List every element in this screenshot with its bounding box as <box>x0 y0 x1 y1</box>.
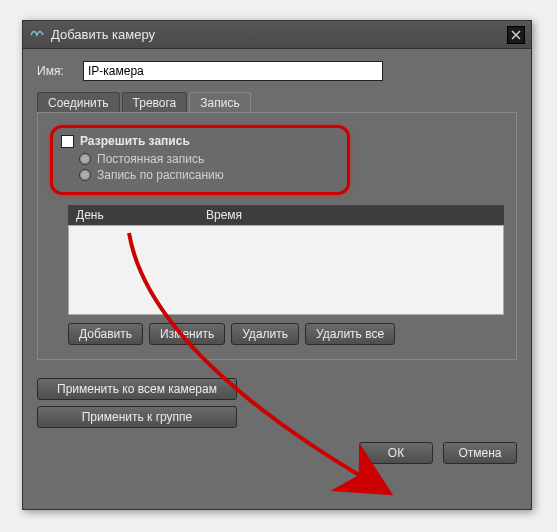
delete-all-button[interactable]: Удалить все <box>305 323 395 345</box>
close-button[interactable] <box>507 26 525 44</box>
titlebar: Добавить камеру <box>23 21 531 49</box>
table-button-row: Добавить Изменить Удалить Удалить все <box>68 323 504 345</box>
highlight-box: Разрешить запись Постоянная запись Запис… <box>50 125 350 195</box>
apply-group-button[interactable]: Применить к группе <box>37 406 237 428</box>
mode-schedule-label: Запись по расписанию <box>97 168 224 182</box>
dialog-body: Имя: Соединить Тревога Запись Разрешить … <box>23 49 531 474</box>
tabs: Соединить Тревога Запись <box>37 92 517 113</box>
app-icon <box>29 27 45 43</box>
record-panel: Разрешить запись Постоянная запись Запис… <box>37 112 517 360</box>
cancel-button[interactable]: Отмена <box>443 442 517 464</box>
name-label: Имя: <box>37 64 73 78</box>
add-button[interactable]: Добавить <box>68 323 143 345</box>
edit-button[interactable]: Изменить <box>149 323 225 345</box>
add-camera-dialog: Добавить камеру Имя: Соединить Тревога З… <box>22 20 532 510</box>
schedule-table: День Время <box>68 205 504 315</box>
mode-continuous-radio[interactable] <box>79 153 91 165</box>
name-row: Имя: <box>37 61 517 81</box>
apply-group: Применить ко всем камерам Применить к гр… <box>37 378 237 428</box>
mode-continuous-label: Постоянная запись <box>97 152 204 166</box>
tab-record[interactable]: Запись <box>189 92 250 113</box>
window-title: Добавить камеру <box>51 27 155 42</box>
delete-button[interactable]: Удалить <box>231 323 299 345</box>
col-day: День <box>68 205 198 225</box>
footer: ОК Отмена <box>37 442 517 464</box>
enable-recording-label: Разрешить запись <box>80 134 190 148</box>
tab-connect[interactable]: Соединить <box>37 92 120 113</box>
enable-recording-row[interactable]: Разрешить запись <box>61 134 339 148</box>
enable-recording-checkbox[interactable] <box>61 135 74 148</box>
col-time: Время <box>198 205 504 225</box>
mode-continuous-row[interactable]: Постоянная запись <box>79 152 339 166</box>
apply-all-button[interactable]: Применить ко всем камерам <box>37 378 237 400</box>
tab-alarm[interactable]: Тревога <box>122 92 188 113</box>
mode-schedule-radio[interactable] <box>79 169 91 181</box>
table-body[interactable] <box>68 225 504 315</box>
name-input[interactable] <box>83 61 383 81</box>
ok-button[interactable]: ОК <box>359 442 433 464</box>
table-header: День Время <box>68 205 504 225</box>
mode-schedule-row[interactable]: Запись по расписанию <box>79 168 339 182</box>
